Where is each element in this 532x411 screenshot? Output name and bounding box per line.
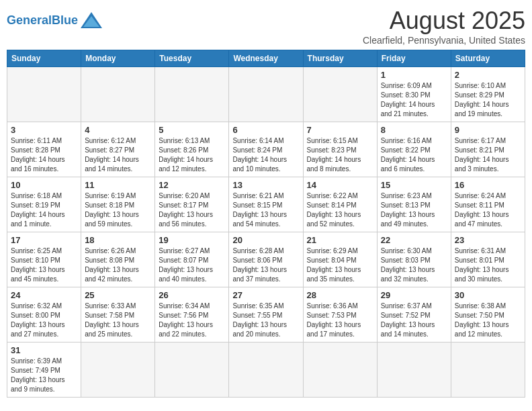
day-info: Sunrise: 6:24 AM Sunset: 8:11 PM Dayligh… bbox=[455, 191, 521, 229]
table-row: 14Sunrise: 6:22 AM Sunset: 8:14 PM Dayli… bbox=[303, 177, 377, 232]
day-info: Sunrise: 6:33 AM Sunset: 7:58 PM Dayligh… bbox=[85, 302, 151, 339]
day-info: Sunrise: 6:29 AM Sunset: 8:04 PM Dayligh… bbox=[307, 246, 373, 284]
day-number: 5 bbox=[159, 125, 225, 135]
day-info: Sunrise: 6:30 AM Sunset: 8:03 PM Dayligh… bbox=[381, 246, 447, 284]
table-row bbox=[451, 342, 525, 398]
day-number: 16 bbox=[455, 180, 521, 190]
table-row bbox=[7, 67, 81, 122]
table-row: 4Sunrise: 6:12 AM Sunset: 8:27 PM Daylig… bbox=[81, 122, 155, 177]
table-row bbox=[229, 67, 303, 122]
logo-general: General bbox=[7, 13, 52, 27]
day-number: 29 bbox=[381, 290, 447, 300]
logo: GeneralBlue bbox=[7, 7, 103, 34]
table-row: 20Sunrise: 6:28 AM Sunset: 8:06 PM Dayli… bbox=[229, 232, 303, 287]
day-info: Sunrise: 6:25 AM Sunset: 8:10 PM Dayligh… bbox=[11, 246, 77, 284]
table-row: 2Sunrise: 6:10 AM Sunset: 8:29 PM Daylig… bbox=[451, 67, 525, 122]
day-number: 17 bbox=[11, 235, 77, 245]
calendar-header-row: Sunday Monday Tuesday Wednesday Thursday… bbox=[7, 50, 525, 67]
day-info: Sunrise: 6:20 AM Sunset: 8:17 PM Dayligh… bbox=[159, 191, 225, 229]
table-row: 21Sunrise: 6:29 AM Sunset: 8:04 PM Dayli… bbox=[303, 232, 377, 287]
day-number: 3 bbox=[11, 125, 77, 135]
day-info: Sunrise: 6:27 AM Sunset: 8:07 PM Dayligh… bbox=[159, 246, 225, 284]
table-row: 11Sunrise: 6:19 AM Sunset: 8:18 PM Dayli… bbox=[81, 177, 155, 232]
logo-text: GeneralBlue bbox=[7, 13, 78, 28]
day-info: Sunrise: 6:34 AM Sunset: 7:56 PM Dayligh… bbox=[159, 302, 225, 339]
table-row bbox=[81, 67, 155, 122]
table-row bbox=[303, 342, 377, 398]
day-info: Sunrise: 6:14 AM Sunset: 8:24 PM Dayligh… bbox=[232, 136, 299, 174]
col-sunday: Sunday bbox=[7, 50, 81, 67]
day-number: 4 bbox=[85, 125, 151, 135]
calendar-week-row: 17Sunrise: 6:25 AM Sunset: 8:10 PM Dayli… bbox=[7, 232, 525, 287]
table-row bbox=[229, 342, 303, 398]
day-info: Sunrise: 6:22 AM Sunset: 8:14 PM Dayligh… bbox=[307, 191, 373, 229]
title-area: August 2025 Clearfield, Pennsylvania, Un… bbox=[363, 7, 525, 46]
day-info: Sunrise: 6:37 AM Sunset: 7:52 PM Dayligh… bbox=[381, 302, 447, 339]
day-info: Sunrise: 6:18 AM Sunset: 8:19 PM Dayligh… bbox=[11, 191, 77, 229]
logo-blue: Blue bbox=[52, 13, 78, 27]
col-thursday: Thursday bbox=[303, 50, 377, 67]
day-info: Sunrise: 6:31 AM Sunset: 8:01 PM Dayligh… bbox=[455, 246, 521, 284]
table-row bbox=[303, 67, 377, 122]
table-row: 27Sunrise: 6:35 AM Sunset: 7:55 PM Dayli… bbox=[229, 287, 303, 342]
day-number: 18 bbox=[85, 235, 151, 245]
table-row: 8Sunrise: 6:16 AM Sunset: 8:22 PM Daylig… bbox=[377, 122, 451, 177]
table-row: 1Sunrise: 6:09 AM Sunset: 8:30 PM Daylig… bbox=[377, 67, 451, 122]
month-year-title: August 2025 bbox=[363, 7, 525, 35]
day-info: Sunrise: 6:16 AM Sunset: 8:22 PM Dayligh… bbox=[381, 136, 447, 174]
day-number: 6 bbox=[232, 125, 299, 135]
day-info: Sunrise: 6:09 AM Sunset: 8:30 PM Dayligh… bbox=[381, 81, 447, 119]
day-info: Sunrise: 6:26 AM Sunset: 8:08 PM Dayligh… bbox=[85, 246, 151, 284]
day-number: 28 bbox=[307, 290, 373, 300]
col-monday: Monday bbox=[81, 50, 155, 67]
table-row: 16Sunrise: 6:24 AM Sunset: 8:11 PM Dayli… bbox=[451, 177, 525, 232]
logo-icon bbox=[79, 11, 103, 30]
table-row: 22Sunrise: 6:30 AM Sunset: 8:03 PM Dayli… bbox=[377, 232, 451, 287]
day-number: 24 bbox=[11, 290, 77, 300]
table-row: 31Sunrise: 6:39 AM Sunset: 7:49 PM Dayli… bbox=[7, 342, 81, 398]
day-info: Sunrise: 6:19 AM Sunset: 8:18 PM Dayligh… bbox=[85, 191, 151, 229]
day-number: 10 bbox=[11, 180, 77, 190]
day-number: 14 bbox=[307, 180, 373, 190]
day-number: 25 bbox=[85, 290, 151, 300]
table-row: 19Sunrise: 6:27 AM Sunset: 8:07 PM Dayli… bbox=[155, 232, 229, 287]
table-row bbox=[81, 342, 155, 398]
table-row: 18Sunrise: 6:26 AM Sunset: 8:08 PM Dayli… bbox=[81, 232, 155, 287]
table-row: 6Sunrise: 6:14 AM Sunset: 8:24 PM Daylig… bbox=[229, 122, 303, 177]
calendar-table: Sunday Monday Tuesday Wednesday Thursday… bbox=[7, 50, 525, 398]
day-info: Sunrise: 6:12 AM Sunset: 8:27 PM Dayligh… bbox=[85, 136, 151, 174]
col-friday: Friday bbox=[377, 50, 451, 67]
page-header: GeneralBlue August 2025 Clearfield, Penn… bbox=[7, 7, 525, 46]
table-row: 17Sunrise: 6:25 AM Sunset: 8:10 PM Dayli… bbox=[7, 232, 81, 287]
day-number: 22 bbox=[381, 235, 447, 245]
table-row: 12Sunrise: 6:20 AM Sunset: 8:17 PM Dayli… bbox=[155, 177, 229, 232]
table-row: 24Sunrise: 6:32 AM Sunset: 8:00 PM Dayli… bbox=[7, 287, 81, 342]
day-number: 23 bbox=[455, 235, 521, 245]
table-row: 10Sunrise: 6:18 AM Sunset: 8:19 PM Dayli… bbox=[7, 177, 81, 232]
day-info: Sunrise: 6:35 AM Sunset: 7:55 PM Dayligh… bbox=[232, 302, 299, 339]
location-subtitle: Clearfield, Pennsylvania, United States bbox=[363, 35, 525, 46]
day-info: Sunrise: 6:15 AM Sunset: 8:23 PM Dayligh… bbox=[307, 136, 373, 174]
table-row: 3Sunrise: 6:11 AM Sunset: 8:28 PM Daylig… bbox=[7, 122, 81, 177]
day-number: 7 bbox=[307, 125, 373, 135]
table-row: 13Sunrise: 6:21 AM Sunset: 8:15 PM Dayli… bbox=[229, 177, 303, 232]
table-row bbox=[377, 342, 451, 398]
table-row: 15Sunrise: 6:23 AM Sunset: 8:13 PM Dayli… bbox=[377, 177, 451, 232]
day-number: 13 bbox=[232, 180, 299, 190]
day-number: 9 bbox=[455, 125, 521, 135]
day-number: 2 bbox=[455, 70, 521, 80]
table-row bbox=[155, 67, 229, 122]
calendar-week-row: 24Sunrise: 6:32 AM Sunset: 8:00 PM Dayli… bbox=[7, 287, 525, 342]
day-number: 20 bbox=[232, 235, 299, 245]
day-info: Sunrise: 6:17 AM Sunset: 8:21 PM Dayligh… bbox=[455, 136, 521, 174]
day-number: 1 bbox=[381, 70, 447, 80]
day-info: Sunrise: 6:21 AM Sunset: 8:15 PM Dayligh… bbox=[232, 191, 299, 229]
calendar-week-row: 1Sunrise: 6:09 AM Sunset: 8:30 PM Daylig… bbox=[7, 67, 525, 122]
day-number: 27 bbox=[232, 290, 299, 300]
day-number: 30 bbox=[455, 290, 521, 300]
table-row: 5Sunrise: 6:13 AM Sunset: 8:26 PM Daylig… bbox=[155, 122, 229, 177]
table-row bbox=[155, 342, 229, 398]
calendar-week-row: 3Sunrise: 6:11 AM Sunset: 8:28 PM Daylig… bbox=[7, 122, 525, 177]
table-row: 26Sunrise: 6:34 AM Sunset: 7:56 PM Dayli… bbox=[155, 287, 229, 342]
table-row: 7Sunrise: 6:15 AM Sunset: 8:23 PM Daylig… bbox=[303, 122, 377, 177]
